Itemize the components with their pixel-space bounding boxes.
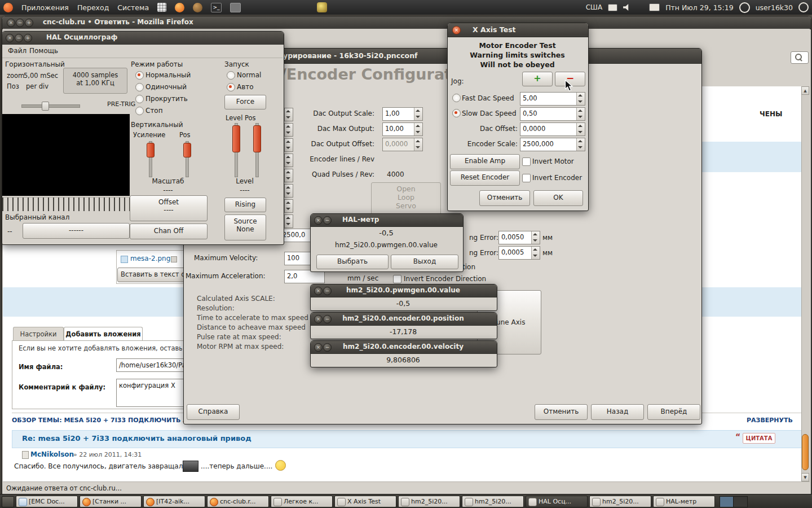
invert-motor-checkbox[interactable] — [522, 157, 531, 166]
workspace-2[interactable] — [733, 496, 748, 507]
minimize-icon[interactable]: − — [323, 216, 332, 225]
dac-output-scale-spin[interactable]: 1,00 — [382, 107, 423, 121]
dac-output-offset-spin[interactable]: 0,0000 — [382, 138, 423, 151]
enable-amp-button[interactable]: Enable Amp — [450, 154, 520, 169]
calculator-launcher-icon[interactable] — [157, 3, 166, 12]
taskbar-item[interactable]: hm2_5i20... — [398, 496, 460, 507]
trigger-pos-slider-handle[interactable] — [253, 125, 261, 152]
trigger-level-slider-handle[interactable] — [232, 125, 240, 152]
workspace-1[interactable] — [720, 496, 734, 507]
firefox-titlebar[interactable]: × − + cnc-club.ru • Ответить - Mozilla F… — [2, 16, 811, 29]
distributor-logo-icon[interactable] — [3, 3, 13, 12]
notification-app-icon[interactable] — [317, 2, 327, 12]
encoder-scale-spin[interactable]: 2500,000 — [520, 138, 585, 151]
menu-help[interactable]: Помощь — [29, 47, 58, 55]
radio-fast-dac-speed[interactable] — [452, 94, 461, 102]
keyboard-icon[interactable] — [608, 4, 617, 11]
quote-button[interactable]: ЦИТАТА — [743, 433, 775, 444]
meter-titlebar[interactable]: × − hm2_5i20.0.encoder.00.velocity — [311, 341, 497, 354]
spinner-stub[interactable] — [284, 199, 293, 213]
taskbar-item[interactable]: Легкое к... — [271, 496, 333, 507]
taskbar-item[interactable]: HAL-метр — [653, 496, 715, 507]
minimize-icon[interactable]: − — [15, 34, 23, 42]
radio-slow-dac-speed[interactable] — [452, 109, 461, 117]
gain-slider-handle[interactable] — [147, 143, 155, 157]
taskbar-item[interactable]: [EMC Doc... — [16, 496, 78, 507]
radio-roll-mode[interactable] — [135, 95, 144, 103]
taskbar-item[interactable]: cnc-club.r... — [207, 496, 269, 507]
jog-plus-button[interactable]: + — [522, 72, 553, 86]
launcher-icon[interactable] — [230, 3, 241, 12]
scope-display[interactable] — [2, 114, 130, 196]
firefox-launcher-icon[interactable] — [175, 3, 184, 12]
chan-off-button[interactable]: Chan Off — [130, 224, 208, 239]
minimize-icon[interactable]: − — [16, 19, 24, 27]
app-launcher-icon[interactable] — [193, 3, 202, 12]
dac-max-output-spin[interactable]: 10,00 — [382, 122, 423, 136]
close-icon[interactable]: × — [314, 216, 323, 225]
spinner-arrows-icon[interactable] — [576, 138, 585, 151]
attachment-action-icon[interactable] — [171, 256, 177, 262]
tab-add-attachments[interactable]: Добавить вложения — [64, 327, 143, 341]
maximize-icon[interactable]: + — [24, 34, 32, 42]
invert-encoder-checkbox[interactable] — [522, 174, 531, 182]
spinner-arrows-icon[interactable] — [414, 108, 422, 120]
scrollbar-down-button[interactable]: ▼ — [801, 473, 809, 481]
dac-offset-spin[interactable]: 0,0000 — [520, 122, 585, 136]
forward-button[interactable]: Вперёд — [647, 404, 700, 420]
exit-button[interactable]: Выход — [391, 255, 458, 269]
menu-places[interactable]: Переход — [77, 3, 109, 12]
menu-applications[interactable]: Приложения — [21, 3, 69, 12]
username[interactable]: user16k30 — [756, 3, 793, 12]
menu-system[interactable]: Система — [117, 3, 149, 12]
taskbar-item[interactable]: X Axis Test — [334, 496, 396, 507]
user-avatar-icon[interactable] — [739, 2, 750, 13]
axis-test-titlebar[interactable]: × X Axis Test — [448, 23, 588, 37]
channel-select-button[interactable]: ------ — [23, 223, 130, 239]
show-desktop-button[interactable] — [2, 496, 14, 507]
menu-file[interactable]: Файл — [8, 47, 27, 55]
taskbar-item-active[interactable]: HAL Осц... — [526, 496, 588, 507]
spinner-arrows-icon[interactable] — [576, 108, 585, 120]
scrollbar-thumb[interactable] — [802, 434, 809, 470]
ok-button[interactable]: OK — [533, 190, 583, 206]
close-icon[interactable]: × — [6, 34, 14, 42]
trigger-edge-button[interactable]: Rising — [224, 198, 266, 212]
meter-titlebar[interactable]: × − hm2_5i20.0.encoder.00.position — [311, 313, 497, 326]
close-icon[interactable]: × — [452, 26, 461, 34]
meter-titlebar[interactable]: × − hm2_5i20.0.pwmgen.00.value — [311, 284, 497, 297]
vertical-pos-slider-handle[interactable] — [183, 143, 191, 157]
taskbar-item[interactable]: hm2_5i20... — [462, 496, 524, 507]
maximize-icon[interactable]: + — [25, 19, 33, 27]
radio-trigger-normal[interactable] — [227, 71, 235, 80]
insert-into-text-button[interactable]: Вставить в текст со — [117, 268, 187, 282]
cancel-button[interactable]: Отменить — [479, 190, 530, 206]
comment-field[interactable]: конфигурация X — [116, 379, 184, 407]
force-button[interactable]: Force — [224, 95, 266, 110]
cancel-button[interactable]: Отменить — [535, 404, 588, 420]
offset-button[interactable]: Offset ---- — [130, 195, 208, 221]
search-input[interactable] — [791, 51, 809, 64]
pretrig-slider-handle[interactable] — [42, 102, 49, 111]
help-button[interactable]: Справка — [187, 404, 240, 420]
encoder-scale-spin[interactable]: 2500,0 — [280, 229, 314, 242]
select-pin-button[interactable]: Выбрать — [316, 255, 389, 269]
tab-settings[interactable]: Настройки — [13, 327, 64, 341]
close-icon[interactable]: × — [7, 19, 15, 27]
scrollbar-up-button[interactable]: ▲ — [801, 86, 809, 95]
trigger-source-button[interactable]: Source None — [224, 214, 266, 240]
back-button[interactable]: Назад — [591, 404, 644, 420]
scope-position-ruler[interactable] — [2, 197, 130, 211]
keyboard-layout-indicator[interactable]: США — [586, 3, 602, 11]
spinner-arrows-icon[interactable] — [531, 247, 540, 259]
spinner-arrows-icon[interactable] — [414, 138, 422, 151]
slow-dac-speed-spin[interactable]: 0,50 — [520, 107, 585, 121]
spinner-stub[interactable] — [284, 184, 293, 198]
clock[interactable]: Птн Июл 29, 15:19 — [665, 3, 734, 12]
samples-box[interactable]: 4000 samples at 1,00 КГц — [63, 68, 127, 94]
spinner-arrows-icon[interactable] — [531, 231, 540, 244]
taskbar-item[interactable]: [IT42-aik... — [143, 496, 205, 507]
scrollbar-track[interactable] — [801, 86, 810, 481]
spinner-arrows-icon[interactable] — [414, 123, 422, 135]
mail-icon[interactable] — [649, 3, 660, 11]
